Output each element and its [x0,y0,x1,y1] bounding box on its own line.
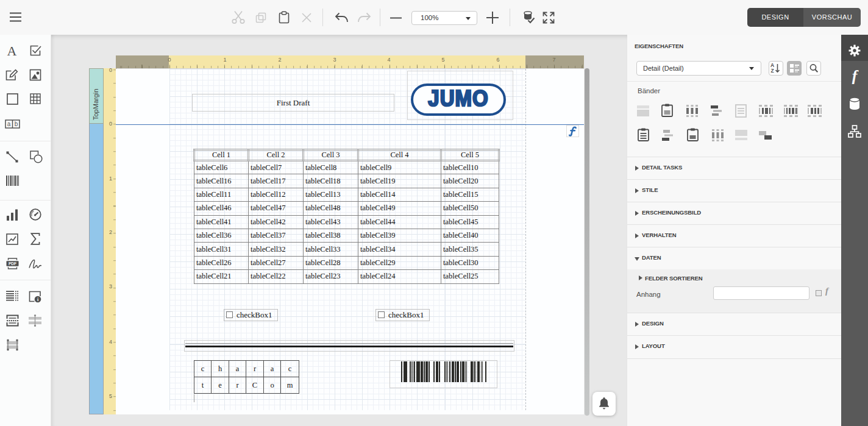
svg-text:a: a [7,121,11,127]
svg-text:f: f [852,68,859,84]
svg-text:A: A [7,45,17,57]
svg-text:Z: Z [770,68,774,74]
svg-text:PDF: PDF [9,261,16,266]
svg-text:b: b [15,121,18,127]
